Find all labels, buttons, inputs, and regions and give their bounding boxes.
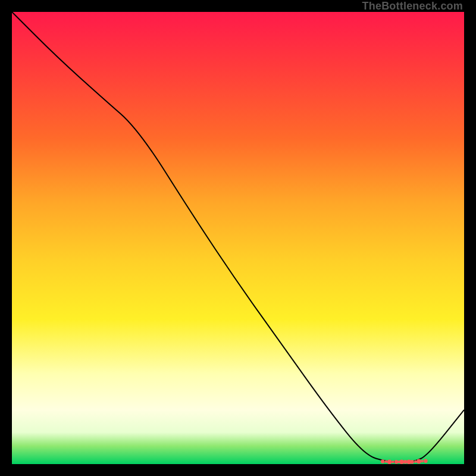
optimal-marker bbox=[385, 461, 387, 463]
performance-curve bbox=[12, 12, 464, 462]
optimal-marker bbox=[394, 460, 398, 464]
optimal-range-markers bbox=[381, 459, 428, 465]
optimal-marker bbox=[392, 461, 394, 463]
chart-svg bbox=[12, 12, 464, 464]
optimal-marker bbox=[410, 460, 414, 464]
optimal-marker bbox=[424, 459, 427, 463]
optimal-marker bbox=[387, 459, 392, 464]
optimal-marker bbox=[421, 460, 424, 462]
optimal-marker bbox=[416, 459, 421, 464]
optimal-marker bbox=[381, 459, 384, 463]
plot-area bbox=[12, 12, 464, 464]
chart-container: TheBottleneck.com bbox=[0, 0, 476, 476]
watermark-text: TheBottleneck.com bbox=[362, 0, 463, 12]
optimal-marker bbox=[414, 461, 416, 463]
